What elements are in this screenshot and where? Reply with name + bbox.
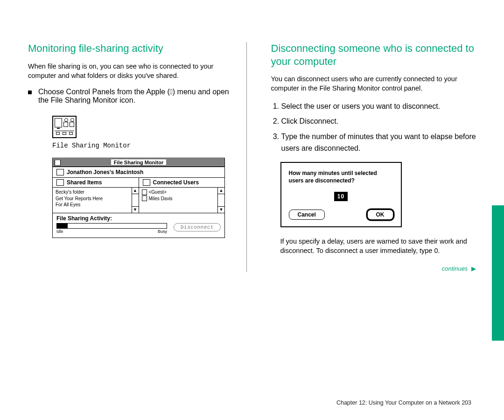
scroll-up-icon[interactable]: ▲	[218, 188, 224, 194]
shared-items-header: Shared Items	[67, 179, 102, 186]
shared-items-list[interactable]: Becky's folder Get Your Reports Here For…	[53, 188, 132, 213]
users-icon	[143, 179, 150, 186]
dialog-prompt: How many minutes until selected users ar…	[289, 169, 393, 184]
step-item: Type the number of minutes that you want…	[281, 131, 476, 154]
delay-note: If you specify a delay, users are warned…	[280, 237, 476, 256]
page-footer: Chapter 12: Using Your Computer on a Net…	[336, 399, 471, 406]
scroll-down-icon[interactable]: ▼	[132, 206, 139, 213]
list-item[interactable]: For All Eyes	[56, 202, 129, 208]
square-bullet-icon	[28, 91, 32, 94]
user-icon	[142, 196, 147, 201]
scale-busy: Busy	[158, 229, 167, 234]
step-item: Select the user or users you want to dis…	[281, 101, 476, 112]
scrollbar[interactable]: ▲ ▼	[132, 188, 139, 213]
scrollbar[interactable]: ▲ ▼	[217, 188, 224, 213]
continue-arrow-icon: ▶	[469, 265, 476, 272]
minutes-input[interactable]: 10	[334, 192, 348, 201]
chapter-tab	[492, 205, 504, 341]
cancel-button[interactable]: Cancel	[289, 210, 325, 220]
ok-button[interactable]: OK	[367, 210, 393, 220]
step-item: Click Disconnect.	[281, 116, 476, 127]
right-section-title: Disconnecting someone who is connected t…	[271, 42, 476, 68]
window-title: File Sharing Monitor	[111, 160, 166, 165]
right-intro: You can disconnect users who are current…	[271, 74, 476, 93]
list-item[interactable]: Miles Davis	[142, 196, 215, 202]
steps-list: Select the user or users you want to dis…	[271, 101, 476, 154]
list-item[interactable]: Becky's folder	[56, 189, 129, 196]
activity-label: File Sharing Activity:	[56, 215, 221, 222]
folder-icon	[56, 179, 64, 186]
left-bullet: Choose Control Panels from the Apple ()…	[28, 88, 233, 105]
left-section-title: Monitoring file-sharing activity	[28, 42, 233, 55]
disconnect-dialog: How many minutes until selected users ar…	[280, 162, 402, 227]
scale-idle: Idle	[56, 229, 63, 234]
owner-row: Jonathon Jones's Macintosh	[53, 167, 224, 178]
activity-meter	[56, 223, 167, 229]
continues-indicator: continues ▶	[271, 265, 476, 272]
file-sharing-monitor-window: File Sharing Monitor Jonathon Jones's Ma…	[52, 158, 225, 238]
connected-users-header: Connected Users	[153, 179, 199, 186]
scroll-up-icon[interactable]: ▲	[132, 188, 139, 194]
disconnect-button[interactable]: Disconnect	[174, 223, 221, 231]
list-item[interactable]: Get Your Reports Here	[56, 196, 129, 202]
apple-icon: 	[170, 88, 173, 96]
scroll-down-icon[interactable]: ▼	[218, 206, 224, 213]
fsm-control-panel-icon	[52, 116, 233, 138]
connected-users-list[interactable]: <Guest> Miles Davis	[139, 188, 218, 213]
list-item[interactable]: <Guest>	[142, 189, 215, 196]
left-intro: When file sharing is on, you can see who…	[28, 62, 233, 81]
owner-name: Jonathon Jones's Macintosh	[67, 169, 143, 175]
window-titlebar[interactable]: File Sharing Monitor	[53, 158, 224, 167]
user-icon	[142, 189, 147, 195]
fsm-icon-caption: File Sharing Monitor	[52, 142, 233, 149]
macintosh-icon	[56, 169, 64, 175]
